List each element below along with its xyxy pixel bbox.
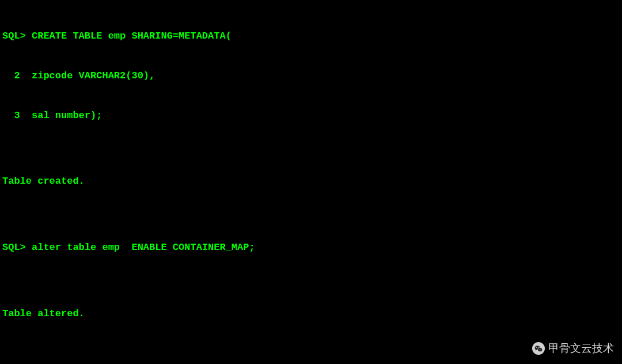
terminal-line: 2 zipcode VARCHAR2(30), bbox=[2, 70, 620, 83]
watermark: 甲骨文云技术 bbox=[532, 341, 614, 356]
terminal-line: SQL> CREATE TABLE emp SHARING=METADATA( bbox=[2, 30, 620, 43]
terminal-line: Table created. bbox=[2, 175, 620, 188]
wechat-icon bbox=[532, 342, 545, 355]
terminal-line: 3 sal number); bbox=[2, 109, 620, 123]
terminal-output[interactable]: SQL> CREATE TABLE emp SHARING=METADATA( … bbox=[2, 3, 620, 364]
terminal-line: SQL> alter table emp ENABLE CONTAINER_MA… bbox=[2, 241, 620, 255]
watermark-text: 甲骨文云技术 bbox=[548, 341, 614, 356]
terminal-line: Table altered. bbox=[2, 308, 620, 321]
